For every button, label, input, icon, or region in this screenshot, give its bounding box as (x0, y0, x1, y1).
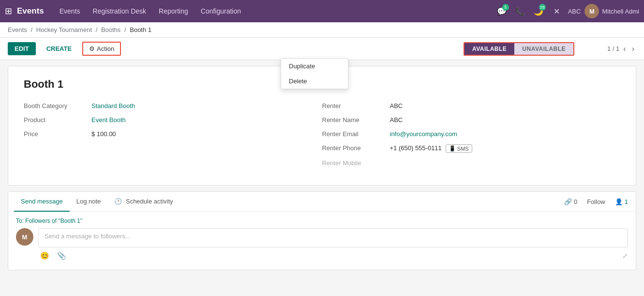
chatter-body: To: Followers of "Booth 1" M Send a mess… (8, 212, 636, 270)
breadcrumb-current: Booth 1 (130, 26, 151, 33)
chatter: Send message Log note 🕐 Schedule activit… (8, 191, 636, 270)
price-row: Price $ 100.00 (24, 130, 303, 138)
chatter-tabs: Send message Log note 🕐 Schedule activit… (8, 192, 636, 212)
create-button[interactable]: CREATE (40, 42, 78, 55)
tab-schedule-activity[interactable]: 🕐 Schedule activity (107, 192, 180, 212)
breadcrumb-sep-1: / (30, 26, 32, 33)
avatar: M (584, 4, 599, 18)
app-name: Events (17, 6, 44, 16)
notifications-icon[interactable]: 💬 5 (494, 4, 509, 18)
booth-category-value[interactable]: Standard Booth (91, 102, 135, 109)
phone-icon[interactable]: 📞 (513, 4, 527, 18)
action-dropdown: Duplicate Delete (281, 58, 348, 89)
renter-row: Renter ABC (322, 102, 601, 109)
breadcrumb-events[interactable]: Events (8, 26, 27, 33)
breadcrumb: Events / Hockey Tournament / Booths / Bo… (0, 22, 644, 38)
compose-toolbar: 😊 📎 ⤢ (38, 248, 628, 264)
app-grid-icon[interactable]: ⊞ (5, 6, 12, 16)
compose-area: Send a message to followers... 😊 📎 ⤢ (38, 228, 628, 264)
chatter-actions: 🔗 0 Follow 👤 1 (562, 194, 630, 209)
user-icon: 👤 (615, 198, 623, 205)
notification-badge: 5 (502, 4, 509, 11)
tab-send-message[interactable]: Send message (14, 192, 70, 212)
main-content: Booth 1 Booth Category Standard Booth Pr… (0, 60, 644, 276)
renter-phone-value: +1 (650) 555-0111 (390, 144, 442, 152)
nav-item-events[interactable]: Events (55, 5, 85, 17)
product-row: Product Event Booth (24, 116, 303, 124)
user-count-button[interactable]: 👤 1 (613, 194, 630, 209)
renter-email-label: Renter Email (322, 130, 390, 138)
attachment-button[interactable]: 📎 (55, 250, 68, 261)
follow-button[interactable]: Follow (585, 194, 607, 209)
renter-email-value[interactable]: info@yourcompany.com (390, 130, 457, 138)
message-placeholder: Send a message to followers... (45, 233, 131, 240)
tab-log-note[interactable]: Log note (70, 192, 108, 212)
action-label: Action (97, 45, 114, 52)
booth-category-label: Booth Category (24, 102, 91, 109)
toolbar: EDIT CREATE ⚙ Action Duplicate Delete AV… (0, 38, 644, 60)
action-button[interactable]: ⚙ Action (82, 42, 121, 56)
expand-button[interactable]: ⤢ (622, 252, 628, 260)
close-icon[interactable]: ✕ (550, 4, 564, 18)
renter-name-value: ABC (390, 116, 403, 124)
right-fields: Renter ABC Renter Name ABC Renter Email … (322, 102, 621, 173)
breadcrumb-sep-3: / (124, 26, 126, 33)
sms-label: SMS (457, 146, 469, 152)
user-name: Mitchell Admi (602, 8, 639, 15)
price-value: $ 100.00 (91, 130, 116, 138)
product-value[interactable]: Event Booth (91, 116, 126, 124)
product-label: Product (24, 116, 91, 124)
moon-badge: 28 (539, 4, 546, 11)
next-page-button[interactable]: › (630, 44, 636, 54)
nav-icons: 💬 5 📞 🌙 28 ✕ ABC M Mitchell Admi (494, 4, 639, 18)
followers-link-icon: 🔗 (564, 198, 572, 205)
to-record: "Booth 1" (58, 218, 82, 224)
composer-avatar: M (16, 228, 33, 246)
renter-name-label: Renter Name (322, 116, 390, 124)
to-text: To: Followers of (16, 218, 58, 224)
delete-menu-item[interactable]: Delete (281, 74, 348, 89)
pagination-text: 1 / 1 (607, 45, 619, 52)
record-fields: Booth Category Standard Booth Product Ev… (24, 102, 620, 173)
schedule-icon: 🕐 (114, 198, 122, 205)
price-label: Price (24, 130, 91, 138)
renter-phone-label: Renter Phone (322, 144, 390, 152)
chatter-to: To: Followers of "Booth 1" (16, 218, 628, 224)
action-gear-icon: ⚙ (89, 45, 95, 52)
renter-phone-row: Renter Phone +1 (650) 555-0111 📱 SMS (322, 144, 601, 153)
renter-value: ABC (390, 102, 403, 109)
status-toggle: AVAILABLE UNAVAILABLE (464, 42, 574, 56)
moon-icon[interactable]: 🌙 28 (531, 4, 546, 18)
sms-button[interactable]: 📱 SMS (446, 144, 472, 153)
renter-mobile-label: Renter Mobile (322, 159, 390, 167)
message-compose: M Send a message to followers... 😊 📎 ⤢ (16, 228, 628, 264)
status-available-button[interactable]: AVAILABLE (464, 43, 514, 55)
user-section[interactable]: M Mitchell Admi (584, 4, 639, 18)
user-count: 1 (625, 198, 628, 205)
message-input[interactable]: Send a message to followers... (38, 228, 628, 248)
nav-item-configuration[interactable]: Configuration (196, 5, 246, 17)
renter-name-row: Renter Name ABC (322, 116, 601, 124)
renter-email-row: Renter Email info@yourcompany.com (322, 130, 601, 138)
emoji-button[interactable]: 😊 (38, 250, 51, 261)
schedule-label: Schedule activity (126, 198, 173, 205)
nav-item-registration-desk[interactable]: Registration Desk (88, 5, 151, 17)
duplicate-menu-item[interactable]: Duplicate (281, 59, 348, 74)
breadcrumb-booths[interactable]: Booths (101, 26, 120, 33)
user-initials-text: ABC (568, 8, 581, 15)
status-unavailable-button[interactable]: UNAVAILABLE (514, 43, 573, 55)
top-navigation: ⊞ Events Events Registration Desk Report… (0, 0, 644, 22)
nav-item-reporting[interactable]: Reporting (154, 5, 193, 17)
renter-mobile-row: Renter Mobile (322, 159, 601, 167)
prev-page-button[interactable]: ‹ (621, 44, 628, 54)
renter-label: Renter (322, 102, 390, 109)
edit-button[interactable]: EDIT (8, 42, 36, 55)
booth-category-row: Booth Category Standard Booth (24, 102, 303, 109)
breadcrumb-hockey[interactable]: Hockey Tournament (36, 26, 92, 33)
breadcrumb-sep-2: / (96, 26, 98, 33)
followers-button[interactable]: 🔗 0 (562, 194, 579, 209)
left-fields: Booth Category Standard Booth Product Ev… (24, 102, 322, 173)
followers-count: 0 (574, 198, 577, 205)
pagination: 1 / 1 ‹ › (607, 44, 636, 54)
sms-icon: 📱 (449, 145, 456, 152)
